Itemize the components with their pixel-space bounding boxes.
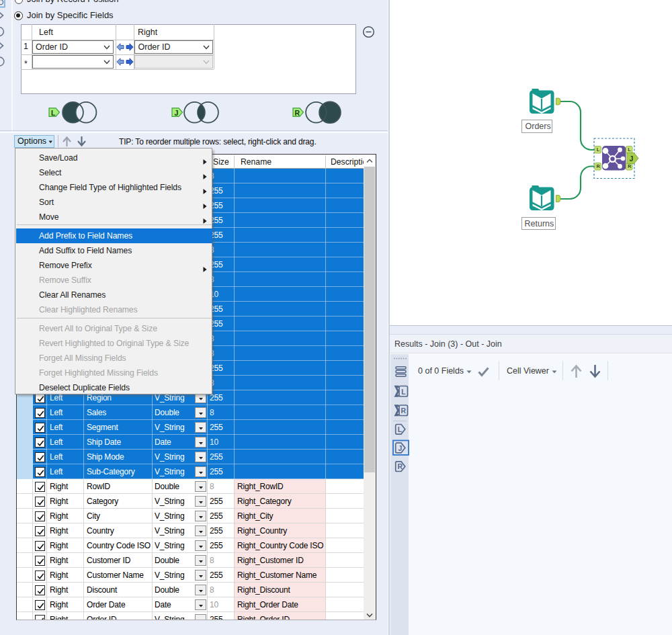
svg-text:L: L (597, 146, 600, 153)
svg-text:L: L (401, 388, 406, 396)
svg-text:R: R (596, 163, 600, 169)
svg-text:J: J (630, 155, 634, 163)
svg-text:J: J (175, 109, 179, 117)
svg-text:R: R (401, 407, 407, 415)
svg-text:L: L (398, 425, 403, 433)
svg-text:J: J (398, 444, 402, 452)
svg-text:L: L (628, 146, 631, 153)
svg-text:R: R (295, 109, 300, 117)
svg-text:L: L (51, 109, 56, 117)
svg-text:R: R (398, 462, 403, 470)
svg-text:R: R (628, 163, 632, 169)
